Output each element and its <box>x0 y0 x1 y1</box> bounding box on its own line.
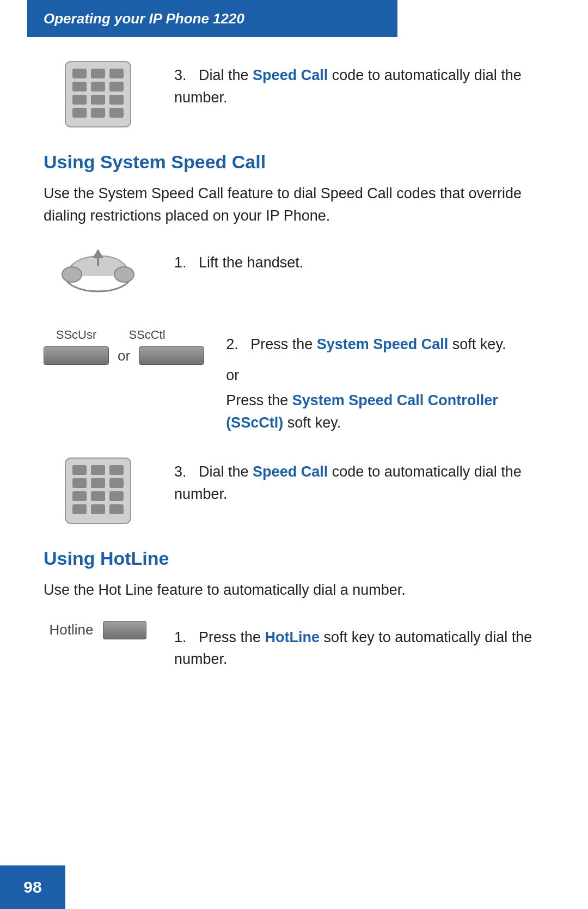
hotline-heading: Using HotLine <box>44 548 544 569</box>
svg-rect-5 <box>91 82 105 91</box>
sscctl-button[interactable] <box>139 346 204 365</box>
hotline-step1-highlight: HotLine <box>265 629 320 645</box>
svg-rect-10 <box>72 108 87 118</box>
keypad-image-ssc <box>44 455 152 526</box>
hotline-label-row: Hotline <box>50 621 147 639</box>
ssc-step1-text: 1. Lift the handset. <box>174 246 544 274</box>
ssc-step2-text: 2. Press the System Speed Call soft key.… <box>226 328 544 434</box>
page-footer: 98 <box>0 865 65 909</box>
ssc-step2-press-plain: Press the <box>226 392 292 408</box>
ssc-step3-row: 3. Dial the Speed Call code to automatic… <box>44 455 544 526</box>
svg-rect-9 <box>109 95 124 105</box>
hotline-step1-number: 1. <box>174 629 187 645</box>
svg-rect-26 <box>91 491 105 501</box>
svg-rect-28 <box>72 504 87 514</box>
svg-rect-19 <box>72 465 87 475</box>
or-text-right: or <box>226 367 239 383</box>
svg-rect-22 <box>72 478 87 488</box>
svg-rect-12 <box>109 108 124 118</box>
page-number: 98 <box>23 878 41 896</box>
softkey-block: SScUsr SScCtl or <box>44 328 204 365</box>
svg-rect-24 <box>109 478 124 488</box>
svg-rect-27 <box>109 491 124 501</box>
svg-rect-21 <box>109 465 124 475</box>
handset-icon <box>54 246 142 306</box>
hotline-button[interactable] <box>103 621 146 639</box>
ssc-step2-plain: Press the <box>250 336 317 352</box>
intro-step3-highlight: Speed Call <box>253 67 328 83</box>
svg-point-14 <box>62 267 82 282</box>
svg-marker-16 <box>93 249 103 258</box>
hotline-softkey-label: Hotline <box>50 621 94 638</box>
ssc-step1-row: 1. Lift the handset. <box>44 246 544 306</box>
handset-image <box>44 246 152 306</box>
sscctl-label: SScCtl <box>114 328 180 342</box>
svg-rect-23 <box>91 478 105 488</box>
ssc-step3-plain: Dial the <box>199 463 253 480</box>
header-title: Operating your IP Phone 1220 <box>44 10 244 27</box>
system-speed-call-desc: Use the System Speed Call feature to dia… <box>44 182 544 227</box>
ssc-step2-number: 2. <box>226 336 238 352</box>
svg-rect-7 <box>72 95 87 105</box>
page-content: 3. Dial the Speed Call code to automatic… <box>0 37 588 747</box>
ssc-step2-row: SScUsr SScCtl or 2. Press the System Spe… <box>44 328 544 434</box>
hotline-step1-text: 1. Press the HotLine soft key to automat… <box>174 621 544 670</box>
hotline-softkey-image: Hotline <box>44 621 152 639</box>
keypad-icon <box>63 59 133 130</box>
ssc-step1-body: Lift the handset. <box>199 254 303 271</box>
svg-rect-6 <box>109 82 124 91</box>
ssc-step3-number: 3. <box>174 463 187 480</box>
ssc-step3-highlight: Speed Call <box>253 463 328 480</box>
svg-rect-29 <box>91 504 105 514</box>
intro-step3-number: 3. <box>174 67 187 83</box>
hotline-desc: Use the Hot Line feature to automaticall… <box>44 579 544 601</box>
ssc-step2-highlight: System Speed Call <box>317 336 449 352</box>
ssc-step2-after: soft key. <box>448 336 506 352</box>
svg-point-15 <box>114 267 134 282</box>
svg-rect-8 <box>91 95 105 105</box>
hotline-step1-plain: Press the <box>199 629 265 645</box>
ssc-step3-text: 3. Dial the Speed Call code to automatic… <box>174 455 544 505</box>
softkey-buttons-row: or <box>44 346 204 365</box>
sscusr-button[interactable] <box>44 346 109 365</box>
svg-rect-30 <box>109 504 124 514</box>
ssc-step1-number: 1. <box>174 254 187 271</box>
svg-rect-11 <box>91 108 105 118</box>
svg-rect-1 <box>72 69 87 78</box>
or-label-left: or <box>118 347 130 364</box>
svg-rect-2 <box>91 69 105 78</box>
sscusr-label: SScUsr <box>44 328 109 342</box>
svg-rect-3 <box>109 69 124 78</box>
ssc-step2-after2: soft key. <box>283 414 341 431</box>
softkey-labels: SScUsr SScCtl <box>44 328 204 342</box>
intro-step3-text: 3. Dial the Speed Call code to automatic… <box>174 59 544 108</box>
system-speed-call-section: Using System Speed Call Use the System S… <box>44 151 544 526</box>
svg-rect-25 <box>72 491 87 501</box>
svg-rect-20 <box>91 465 105 475</box>
keypad-icon-2 <box>63 455 133 526</box>
hotline-step1-row: Hotline 1. Press the HotLine soft key to… <box>44 621 544 670</box>
system-speed-call-heading: Using System Speed Call <box>44 151 544 173</box>
hotline-section: Using HotLine Use the Hot Line feature t… <box>44 548 544 670</box>
svg-rect-4 <box>72 82 87 91</box>
intro-step3-row: 3. Dial the Speed Call code to automatic… <box>44 59 544 130</box>
intro-step3-plain: Dial the <box>199 67 253 83</box>
keypad-image-intro <box>44 59 152 130</box>
header-bar: Operating your IP Phone 1220 <box>27 0 397 37</box>
